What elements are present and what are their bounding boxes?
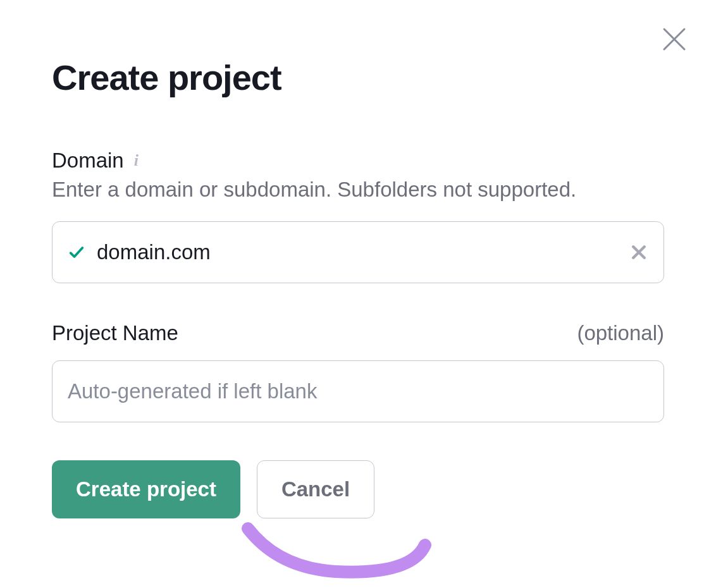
modal-title: Create project: [52, 57, 664, 98]
project-name-field-group: Project Name (optional): [52, 321, 664, 422]
clear-domain-button[interactable]: [629, 243, 648, 262]
domain-field-group: Domain i Enter a domain or subdomain. Su…: [52, 149, 664, 283]
close-button[interactable]: [659, 24, 689, 57]
domain-input-wrap: [52, 221, 664, 283]
x-icon: [629, 243, 648, 262]
domain-helper-text: Enter a domain or subdomain. Subfolders …: [52, 176, 664, 204]
action-row: Create project Cancel: [52, 460, 664, 518]
project-name-input[interactable]: [68, 379, 648, 403]
info-icon[interactable]: i: [134, 152, 139, 169]
cancel-button[interactable]: Cancel: [257, 460, 374, 518]
project-name-input-wrap: [52, 360, 664, 422]
create-project-button[interactable]: Create project: [52, 460, 240, 518]
project-name-label: Project Name: [52, 321, 178, 345]
create-project-modal: Create project Domain i Enter a domain o…: [0, 0, 716, 544]
optional-label: (optional): [577, 321, 664, 345]
domain-label: Domain: [52, 149, 124, 173]
close-icon: [659, 24, 689, 54]
domain-input[interactable]: [97, 240, 629, 264]
checkmark-icon: [68, 243, 85, 261]
